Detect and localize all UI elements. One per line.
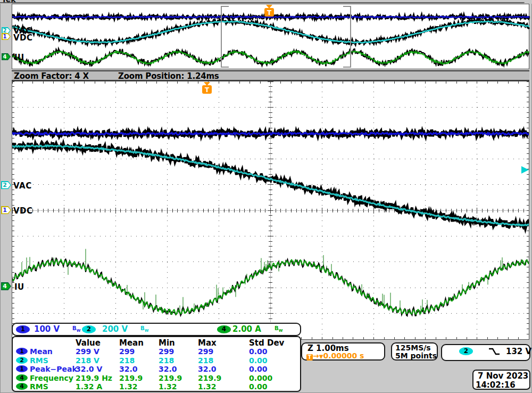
channel-1-scale[interactable]: 100 V bbox=[34, 324, 60, 334]
channel-4-scale[interactable]: 2.00 A bbox=[232, 324, 261, 334]
meas-min: 1.32 bbox=[159, 382, 177, 391]
channel-4-badge: 4 bbox=[16, 374, 28, 381]
oscilloscope-screen: Tek T 2 1 4 VAC VDC IU Zoom Factor bbox=[0, 0, 532, 393]
meas-max: 218 bbox=[198, 356, 213, 365]
measurements-table: ValueMeanMinMaxStd Dev1Mean299 V29929929… bbox=[12, 336, 301, 392]
trace-ch2-vac bbox=[12, 20, 529, 45]
channel-4-badge[interactable]: 4 bbox=[217, 325, 231, 333]
overview-traces: T bbox=[12, 4, 530, 69]
meas-value: 218 V bbox=[76, 356, 99, 365]
meas-mean: 219.9 bbox=[119, 374, 143, 382]
meas-mean: 1.32 bbox=[119, 382, 138, 391]
channel-1-badge[interactable]: 1 bbox=[16, 325, 30, 333]
meas-std: 0.00 bbox=[249, 382, 268, 391]
channel-2-scale[interactable]: 200 V bbox=[102, 324, 128, 334]
meas-header-min: Min bbox=[159, 338, 175, 348]
meas-std: 0.000 bbox=[249, 374, 272, 382]
trigger-readout-box[interactable]: 2 132 V bbox=[441, 344, 530, 361]
meas-min: 32.0 bbox=[159, 365, 177, 373]
trace-ch4-iu bbox=[12, 48, 529, 66]
record-length-readout: 5M points bbox=[395, 351, 437, 360]
meas-value: 32.0 V bbox=[76, 365, 102, 373]
sample-rate-readout: 125MS/s bbox=[395, 343, 431, 352]
meas-label: Mean bbox=[30, 347, 53, 356]
falling-edge-icon bbox=[488, 348, 501, 356]
horizontal-readout-box[interactable]: Z 1.00ms T→▼0.00000 s bbox=[301, 342, 385, 361]
meas-std: 0.00 bbox=[249, 365, 268, 373]
main-trigger-position-icon[interactable]: T bbox=[202, 82, 212, 94]
bandwidth-limit-icon: BW bbox=[140, 325, 148, 333]
meas-std: 0.00 bbox=[249, 347, 268, 356]
meas-min: 219.9 bbox=[159, 374, 182, 382]
zoom-position-readout[interactable]: Zoom Position: 1.24ms bbox=[118, 71, 219, 81]
meas-std: 0.00 bbox=[249, 356, 268, 365]
trigger-source-badge: 2 bbox=[459, 347, 473, 355]
meas-label: RMS bbox=[30, 356, 48, 365]
main-ch4-label: IU bbox=[14, 282, 24, 292]
top-divider bbox=[0, 2, 525, 3]
meas-value: 219.9 Hz bbox=[76, 374, 112, 382]
acquisition-readout-box[interactable]: 125MS/s 5M points bbox=[391, 342, 438, 361]
meas-header-std-dev: Std Dev bbox=[249, 338, 284, 348]
meas-min: 218 bbox=[159, 356, 174, 365]
meas-header-value: Value bbox=[76, 338, 101, 348]
datetime-box: 7 Nov 2023 14:02:16 bbox=[472, 370, 530, 390]
meas-max: 219.9 bbox=[198, 374, 221, 382]
meas-max: 299 bbox=[198, 347, 213, 356]
main-graticule: T bbox=[12, 81, 529, 339]
overview-trigger-position-icon[interactable]: T bbox=[264, 5, 274, 17]
svg-text:T: T bbox=[205, 86, 210, 94]
meas-max: 32.0 bbox=[198, 365, 217, 373]
meas-min: 299 bbox=[159, 347, 174, 356]
channel-1-badge: 1 bbox=[16, 365, 28, 372]
bandwidth-limit-icon: BW bbox=[275, 325, 282, 333]
zoom-info-bar: Zoom Factor: 4 X Zoom Position: 1.24ms bbox=[12, 70, 529, 81]
meas-label: RMS bbox=[30, 382, 48, 391]
overview-waveform-pane: T bbox=[12, 4, 529, 69]
meas-mean: 218 bbox=[119, 356, 135, 365]
meas-header-max: Max bbox=[198, 338, 217, 348]
channel-settings-bar[interactable]: 1100 VBW2200 VBW42.00 ABW bbox=[12, 323, 301, 336]
meas-label: Frequency bbox=[30, 374, 73, 382]
time-readout: 14:02:16 bbox=[476, 380, 516, 390]
zoom-factor-readout[interactable]: Zoom Factor: 4 X bbox=[14, 71, 89, 81]
main-waveform-pane: T bbox=[12, 81, 529, 340]
channel-4-badge: 4 bbox=[16, 383, 28, 390]
trigger-level-readout: 132 V bbox=[506, 347, 531, 356]
trigger-delay-icon: T bbox=[306, 354, 313, 361]
trigger-level-arrow[interactable] bbox=[521, 166, 529, 174]
main-ch1-label: VDC bbox=[13, 206, 33, 216]
main-ch2-marker[interactable]: 2 bbox=[1, 181, 11, 189]
overview-ch4-label: IU bbox=[14, 53, 24, 62]
date-readout: 7 Nov 2023 bbox=[478, 371, 528, 381]
overview-ch1-marker[interactable]: 1 bbox=[2, 33, 11, 40]
trigger-delay-readout: T→▼0.00000 s bbox=[306, 351, 364, 361]
overview-ch1-label: VDC bbox=[13, 33, 33, 43]
main-ch2-label: VAC bbox=[13, 181, 32, 191]
meas-label: Peak−Peak bbox=[30, 365, 77, 373]
meas-max: 1.32 bbox=[198, 382, 217, 391]
overview-ch4-marker[interactable]: 4 bbox=[2, 53, 11, 60]
channel-1-badge: 1 bbox=[16, 348, 28, 355]
meas-mean: 299 bbox=[119, 347, 135, 356]
main-ch1-marker[interactable]: 1 bbox=[1, 206, 11, 214]
meas-mean: 32.0 bbox=[119, 365, 138, 373]
meas-header-mean: Mean bbox=[119, 338, 144, 348]
channel-2-badge: 2 bbox=[16, 357, 28, 364]
channel-2-badge[interactable]: 2 bbox=[82, 325, 96, 333]
svg-text:T: T bbox=[267, 9, 272, 17]
trace-ch1-vdc bbox=[12, 130, 529, 137]
main-ch4-marker[interactable]: 4 bbox=[1, 282, 11, 290]
meas-value: 299 V bbox=[76, 347, 99, 356]
bandwidth-limit-icon: BW bbox=[72, 325, 80, 333]
meas-value: 1.32 A bbox=[76, 382, 102, 391]
